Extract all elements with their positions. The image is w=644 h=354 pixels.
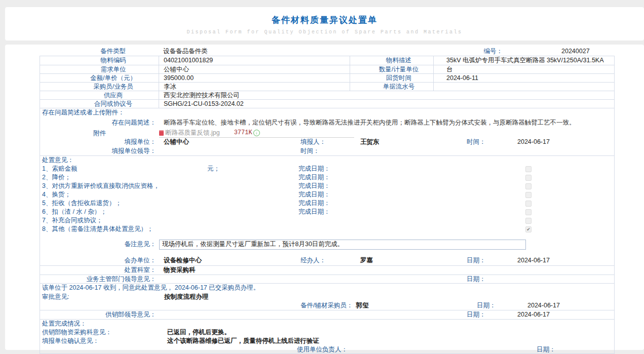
disposal-item-text: 8、其他（需备注清楚具体处置意见）； — [42, 225, 153, 233]
disposal-item-row-1: 1、索赔金额 元； 完成日期： — [40, 165, 614, 173]
serial-value — [434, 83, 614, 91]
remark-row: 备注意见： — [40, 233, 614, 255]
complete-date-label: 完成日期： — [298, 165, 525, 173]
download-icon[interactable]: ↓ — [253, 130, 260, 136]
demand-unit-row: 需求单位 公辅中心 数量/计量单位 台 — [40, 65, 614, 73]
sales-leader-row: 供销部领导意见： 日期： 2024-06-17 — [40, 310, 614, 319]
disposal-item-row-8: 8、其他（需备注清楚具体处置意见）； ✔ — [40, 225, 614, 233]
complete-date-label: 完成日期： — [298, 190, 525, 199]
disposal-checkbox-5[interactable] — [525, 201, 532, 207]
meeting-date-label: 日期： — [467, 255, 517, 265]
disposal-checkbox-4[interactable] — [525, 192, 532, 198]
problem-desc-row: 存在问题简述： 断路器手车定位轮、接地卡槽，定位销尺寸有误，导致断路器无法推进开… — [40, 117, 614, 129]
report-time-value: 2024-06-17 — [517, 138, 614, 146]
buyer-label: 采购员/业务员 — [40, 83, 159, 91]
complete-date-label: 完成日期： — [298, 208, 525, 216]
buyer-row: 采购员/业务员 李冰 单据流水号 — [40, 82, 614, 91]
attachment-filename[interactable]: 断路器质量反馈.jpg — [165, 129, 220, 137]
approval-opinion-value: 按制度流程办理 — [164, 293, 209, 301]
disposal-item-row-3: 3、对供方重新评价或直接取消供应资格， 完成日期： — [40, 182, 614, 190]
claim-unit-suffix: 元； — [207, 165, 220, 173]
dept-leader-label: 业务主管部门领导意见： — [40, 275, 159, 283]
user-leader-row: 使用单位负责人： 日期： — [40, 345, 614, 353]
qty-unit-value: 台 — [434, 65, 614, 73]
complete-date-label: 完成日期： — [298, 182, 525, 190]
user-date-label: 日期： — [506, 345, 614, 353]
purchase-dept-opinion-value: 已返回，停机后更换。 — [167, 328, 231, 337]
disposal-item-text: 3、对供方重新评价或直接取消供应资格， — [42, 182, 160, 190]
handler-value: 罗嘉 — [350, 255, 424, 265]
remark-input[interactable] — [159, 240, 526, 250]
header-row: 备件类型 设备备品备件类 编号： 20240027 — [40, 47, 615, 56]
complete-date-label: 完成日期： — [298, 173, 525, 182]
disposal-section-label: 处置意见： — [40, 156, 614, 165]
disposal-dept-row: 处置科室： 物资采购科 — [40, 265, 614, 274]
received-line: 该单位于 2024-06-17 收到，同意此处置意见， 2024-06-17 已… — [40, 284, 614, 292]
demand-unit-label: 需求单位 — [40, 65, 159, 73]
disposal-item-text: 6、扣（渣 / 水 / 杂）； — [42, 208, 107, 216]
contract-label: 合同或协议号 — [40, 100, 159, 108]
disposal-item-row-7: 7、补充合同或协议； — [40, 216, 614, 225]
sales-leader-label: 供销部领导意见： — [40, 310, 159, 319]
reporter-leader-row: 填报单位领导： 时间： — [40, 146, 614, 155]
form-card: 备件类型 设备备品备件类 编号： 20240027 物料编码 040210010… — [5, 45, 644, 350]
contract-value: SGHG/21-CU-0153-2024.02 — [159, 100, 614, 108]
attachment-row: 附件 断路器质量反馈.jpg 3771K ↓ — [40, 129, 614, 138]
return-date-label: 回货时间 — [350, 74, 434, 82]
material-code-value: 04021001001829 — [159, 56, 350, 65]
return-date-value: 2024-06-11 — [434, 74, 614, 82]
disposal-item-text: 1、索赔金额 — [42, 165, 77, 173]
reporter-leader-label: 填报单位领导： — [40, 146, 159, 155]
attachment-size: 3771K — [234, 129, 252, 137]
reporter-value: 王贺东 — [350, 138, 424, 146]
approval-opinion-label: 审批意见: — [40, 292, 614, 301]
demand-unit-value: 公辅中心 — [159, 65, 350, 73]
disposal-checkbox-8[interactable]: ✔ — [525, 226, 532, 232]
spare-type-value: 设备备品备件类 — [159, 47, 350, 56]
disposal-checkbox-3[interactable] — [525, 183, 532, 189]
purchase-dept-opinion-row: 供销部物资采购科意见： 已返回，停机后更换。 — [40, 328, 614, 337]
reporter-unit-label: 填报单位： — [40, 138, 159, 146]
material-code-label: 物料编码 — [40, 56, 159, 65]
reporter-label: 填报人： — [300, 138, 350, 146]
approval-opinion-row: 审批意见: 按制度流程办理 — [40, 292, 614, 301]
page-subtitle: Disposal Form for Quality Objection of S… — [5, 29, 644, 35]
buyer-value: 李冰 — [159, 83, 350, 91]
problem-section-label: 存在问题简述或者上传附件： — [40, 108, 614, 117]
serial-label: 单据流水号 — [350, 83, 434, 91]
meeting-unit-value: 设备检修中心 — [159, 255, 300, 265]
leader-time-label: 时间： — [300, 146, 350, 155]
supplier-row: 供应商 西安北控测控技术有限公司 — [40, 91, 614, 99]
attachment-label: 附件 — [40, 129, 159, 138]
problem-section-row: 存在问题简述或者上传附件： — [40, 108, 614, 117]
disposal-dept-value: 物资采购科 — [159, 266, 300, 274]
meeting-unit-label: 会办单位： — [40, 255, 159, 265]
completion-section-row: 处置完成情况： — [40, 319, 614, 328]
material-code-row: 物料编码 04021001001829 物料描述 35kV 电弧炉专用手车式真空… — [40, 56, 614, 65]
file-icon — [159, 130, 164, 136]
disposal-checkbox-6[interactable] — [525, 209, 532, 215]
report-unit-confirm-row: 填报单位确认意见： 这个该断路器维修已返厂，质量待停机上线后进行验证 — [40, 337, 614, 345]
problem-desc-value: 断路器手车定位轮、接地卡槽，定位销尺寸有误，导致断路器无法推进开关柜内使用；断路… — [159, 117, 614, 129]
disposal-checkbox-1[interactable] — [525, 166, 532, 172]
material-desc-value: 35kV 电弧炉专用手车式真空断路器 35kV/1250A/31.5KA — [434, 56, 614, 65]
spare-buyer-date-value: 2024-06-17 — [527, 301, 614, 310]
report-unit-confirm-value: 这个该断路器维修已返厂，质量待停机上线后进行验证 — [167, 337, 319, 345]
dept-leader-row: 业务主管部门领导意见： 日期： — [40, 274, 614, 283]
meeting-unit-row: 会办单位： 设备检修中心 经办人： 罗嘉 日期： 2024-06-17 — [40, 255, 614, 265]
amount-label: 金额/单价（元） — [40, 74, 159, 82]
attachment-link[interactable]: 断路器质量反馈.jpg 3771K ↓ — [159, 129, 354, 138]
spare-buyer-label: 备件/辅材采购员： — [300, 302, 353, 309]
disposal-checkbox-2[interactable] — [525, 175, 532, 181]
user-leader-label: 使用单位负责人： — [297, 345, 506, 353]
completion-section-label: 处置完成情况： — [40, 320, 614, 328]
supplier-label: 供应商 — [40, 91, 159, 99]
disposal-dept-label: 处置科室： — [40, 266, 159, 274]
sales-leader-date-value: 2024-06-17 — [517, 310, 614, 319]
material-desc-label: 物料描述 — [350, 56, 434, 65]
disposal-checkbox-7[interactable] — [525, 218, 532, 224]
report-time-label: 时间： — [467, 138, 517, 146]
dept-leader-date-label: 日期： — [467, 275, 517, 283]
disposal-section-row: 处置意见： — [40, 155, 614, 165]
reporter-unit-value: 公辅中心 — [159, 138, 300, 146]
